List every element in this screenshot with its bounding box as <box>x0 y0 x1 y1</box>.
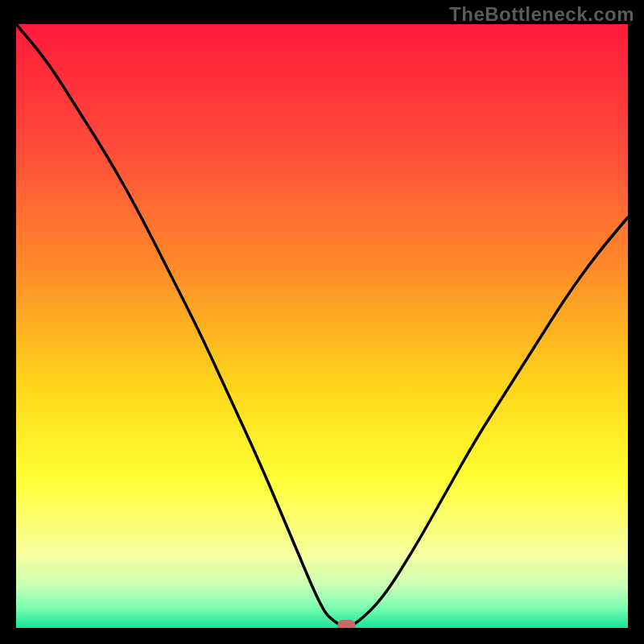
attribution-text: TheBottleneck.com <box>449 3 634 26</box>
marker-icon <box>337 620 355 628</box>
bottleneck-chart <box>16 24 628 628</box>
gradient-rect <box>16 24 628 628</box>
chart-frame: TheBottleneck.com <box>0 0 644 644</box>
